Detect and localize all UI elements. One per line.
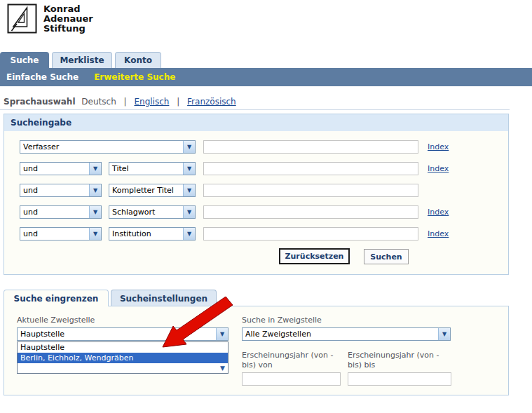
logo-line: Adenauer: [43, 14, 93, 24]
year-from-label: Erscheinungsjahr (von - bis) von: [242, 351, 343, 370]
select-value: Institution: [109, 229, 183, 238]
select-value: Titel: [109, 164, 183, 173]
tab-label: Suche eingrenzen: [14, 294, 99, 304]
operator-select-2[interactable]: und ▼: [20, 162, 102, 175]
language-current: Deutsch: [81, 97, 116, 107]
tab-suche-eingrenzen[interactable]: Suche eingrenzen: [4, 290, 109, 306]
chevron-down-icon: ▼: [89, 184, 101, 196]
field-select-schlagwort[interactable]: Schlagwort ▼: [109, 205, 196, 219]
chevron-down-icon: ▼: [183, 228, 195, 240]
year-to-label: Erscheinungsjahr (von - bis) bis: [348, 351, 449, 370]
select-value: und: [20, 186, 89, 195]
language-label: Sprachauswahl: [4, 97, 76, 107]
select-value: und: [20, 208, 89, 217]
language-row: Sprachauswahl Deutsch | Englisch | Franz…: [4, 97, 236, 107]
red-arrow-annotation: [156, 297, 236, 353]
separator: |: [177, 97, 179, 107]
search-term-input-4[interactable]: [203, 205, 418, 219]
search-button[interactable]: Suchen: [364, 249, 409, 264]
select-value: Verfasser: [20, 142, 183, 151]
tab-suche[interactable]: Suche: [0, 52, 49, 68]
year-to-input[interactable]: [348, 372, 451, 386]
language-link-franzoesisch[interactable]: Französisch: [187, 97, 236, 107]
select-value: und: [20, 229, 89, 238]
chevron-down-icon: ▼: [183, 163, 195, 175]
tab-label: Suche: [11, 55, 39, 65]
kas-logo: [7, 3, 38, 38]
branch-label: Aktuelle Zweigstelle: [17, 316, 95, 325]
operator-select-3[interactable]: und ▼: [20, 184, 102, 197]
chevron-down-icon: ▼: [89, 206, 101, 218]
tab-label: Merkliste: [60, 55, 104, 65]
branch-select-under[interactable]: ▼: [18, 363, 228, 373]
subnav-erweiterte-suche[interactable]: Erweiterte Suche: [94, 72, 175, 82]
logo-wordmark: Konrad Adenauer Stiftung: [43, 4, 93, 34]
field-select-verfasser[interactable]: Verfasser ▼: [20, 140, 196, 154]
divider: [0, 109, 510, 110]
chevron-down-icon: ▼: [183, 141, 195, 153]
index-link-1[interactable]: Index: [428, 142, 449, 151]
select-value: Kompletter Titel: [109, 186, 183, 195]
chevron-down-icon: ▼: [183, 206, 195, 218]
search-term-input-2[interactable]: [203, 162, 418, 175]
page: Konrad Adenauer Stiftung Suche Merkliste…: [0, 0, 532, 413]
search-term-input-1[interactable]: [203, 140, 418, 154]
search-term-input-5[interactable]: [203, 227, 418, 241]
dropdown-option-berlin-eichholz-wendgraeben[interactable]: Berlin, Eichholz, Wendgräben: [18, 353, 228, 363]
chevron-down-icon: ▼: [89, 163, 101, 175]
tab-merkliste[interactable]: Merkliste: [52, 52, 112, 68]
field-select-titel[interactable]: Titel ▼: [109, 162, 196, 175]
tab-konto[interactable]: Konto: [115, 52, 161, 68]
chevron-down-icon: ▼: [438, 328, 450, 340]
year-from-input[interactable]: [242, 372, 341, 386]
search-in-branch-label: Suche in Zweigstelle: [242, 316, 322, 325]
field-select-kompletter-titel[interactable]: Kompletter Titel ▼: [109, 184, 196, 197]
language-link-englisch[interactable]: Englisch: [134, 97, 169, 107]
kas-logo-icon: [7, 3, 38, 35]
search-in-branch-select[interactable]: Alle Zweigstellen ▼: [242, 327, 451, 341]
field-select-institution[interactable]: Institution ▼: [109, 227, 196, 241]
select-value: Alle Zweigstellen: [243, 330, 438, 339]
tab-label: Konto: [124, 55, 152, 65]
separator: |: [124, 97, 127, 107]
index-link-2[interactable]: Index: [428, 164, 449, 173]
index-link-4[interactable]: Index: [428, 208, 449, 217]
search-term-input-3[interactable]: [203, 184, 418, 197]
subnav-einfache-suche[interactable]: Einfache Suche: [6, 72, 79, 82]
chevron-down-icon: ▼: [89, 228, 101, 240]
chevron-down-icon: ▼: [183, 184, 195, 196]
select-value: Schlagwort: [109, 208, 183, 217]
index-link-5[interactable]: Index: [428, 229, 449, 238]
reset-button[interactable]: Zurücksetzen: [279, 248, 350, 264]
subnav-bar: Einfache Suche Erweiterte Suche: [0, 68, 532, 86]
select-value: und: [20, 164, 89, 173]
panel-title: Sucheingabe: [4, 114, 508, 131]
logo-line: Konrad: [43, 4, 93, 14]
operator-select-5[interactable]: und ▼: [20, 227, 102, 241]
logo-line: Stiftung: [43, 24, 93, 34]
operator-select-4[interactable]: und ▼: [20, 205, 102, 219]
chevron-down-icon: ▼: [220, 365, 225, 372]
